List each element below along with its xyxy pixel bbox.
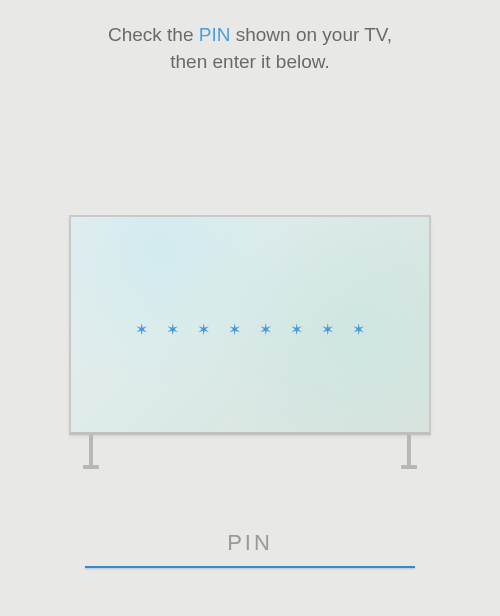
heading-highlight-pin: PIN	[199, 24, 231, 45]
tv-screen: ✶✶✶✶✶✶✶✶	[69, 215, 431, 435]
star-icon: ✶	[197, 322, 210, 338]
star-icon: ✶	[321, 322, 334, 338]
heading-prefix: Check the	[108, 24, 199, 45]
tv-illustration: ✶✶✶✶✶✶✶✶	[69, 215, 431, 435]
pin-input-underline	[85, 566, 415, 568]
tv-leg-left	[89, 435, 93, 469]
star-icon: ✶	[352, 322, 365, 338]
star-icon: ✶	[259, 322, 272, 338]
star-icon: ✶	[228, 322, 241, 338]
heading-suffix-line1: shown on your TV,	[230, 24, 392, 45]
masked-pin-stars: ✶✶✶✶✶✶✶✶	[135, 322, 365, 338]
heading-line2: then enter it below.	[170, 51, 330, 72]
tv-leg-right	[407, 435, 411, 469]
instruction-heading: Check the PIN shown on your TV, then ent…	[0, 0, 500, 75]
star-icon: ✶	[290, 322, 303, 338]
star-icon: ✶	[166, 322, 179, 338]
star-icon: ✶	[135, 322, 148, 338]
pin-input-placeholder: PIN	[85, 530, 415, 566]
pin-input[interactable]: PIN	[85, 530, 415, 568]
